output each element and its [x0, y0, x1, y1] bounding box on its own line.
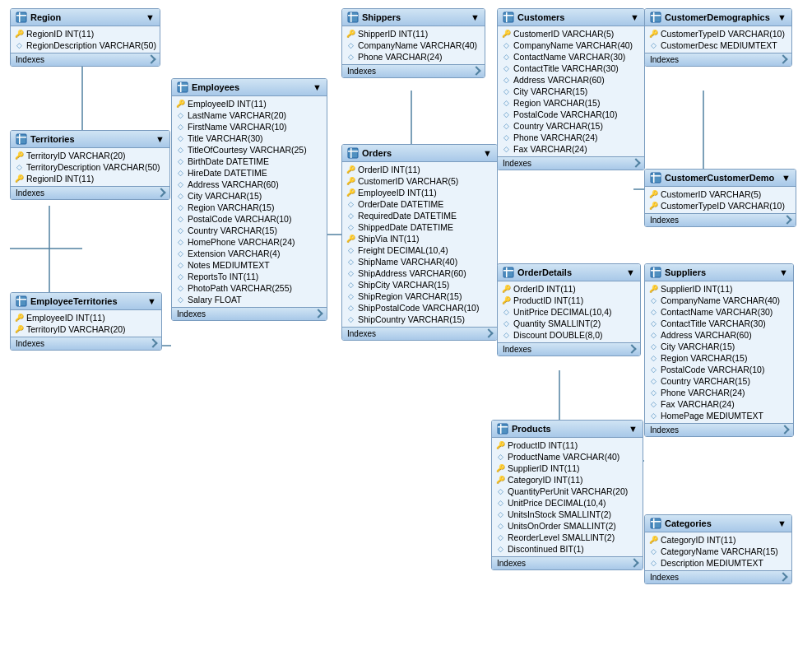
diamond-icon: ◇: [495, 509, 505, 519]
categories-footer[interactable]: Indexes: [645, 570, 791, 583]
field-text: ContactName VARCHAR(30): [513, 52, 625, 62]
region-table-footer[interactable]: Indexes: [11, 53, 160, 66]
table-row: ◇City VARCHAR(15): [172, 190, 327, 202]
table-row: ◇LastName VARCHAR(20): [172, 109, 327, 121]
diamond-icon: ◇: [175, 191, 185, 201]
table-row: ◇Address VARCHAR(60): [645, 329, 793, 341]
diamond-icon: ◇: [346, 40, 355, 50]
shippers-table-footer[interactable]: Indexes: [342, 64, 485, 77]
field-text: SupplierID INT(11): [508, 463, 580, 473]
customers-table-footer[interactable]: Indexes: [498, 156, 644, 170]
indexes-arrow: [782, 425, 788, 435]
order-details-table: OrderDetails ▼ 🔑OrderID INT(11) 🔑Product…: [497, 263, 641, 356]
customers-table-name: Customers: [517, 12, 564, 22]
employees-dropdown-icon[interactable]: ▼: [313, 82, 322, 92]
diagram-canvas: Region ▼ 🔑 RegionID INT(11) ◇ RegionDesc…: [0, 0, 812, 660]
field-text: Phone VARCHAR(24): [661, 388, 745, 397]
fk-icon: 🔑: [14, 174, 24, 184]
field-text: ShipVia INT(11): [358, 234, 420, 244]
field-text: BirthDate DATETIME: [188, 156, 269, 166]
table-icon: [177, 81, 188, 93]
order-details-footer[interactable]: Indexes: [498, 342, 640, 356]
table-row: ◇Country VARCHAR(15): [172, 225, 327, 236]
territories-table-footer[interactable]: Indexes: [11, 186, 169, 199]
suppliers-dropdown-icon[interactable]: ▼: [779, 267, 788, 277]
indexes-arrow: [780, 573, 786, 582]
table-icon: [347, 12, 359, 23]
region-table-body: 🔑 RegionID INT(11) ◇ RegionDescription V…: [11, 26, 160, 53]
products-footer[interactable]: Indexes: [492, 556, 643, 569]
field-text: CategoryID INT(11): [508, 475, 583, 485]
custcustdemo-dropdown-icon[interactable]: ▼: [782, 173, 791, 183]
employees-table-body: 🔑EmployeeID INT(11) ◇LastName VARCHAR(20…: [172, 96, 327, 307]
diamond-icon: ◇: [648, 365, 658, 374]
shippers-dropdown-icon[interactable]: ▼: [471, 12, 480, 22]
order-details-body: 🔑OrderID INT(11) 🔑ProductID INT(11) ◇Uni…: [498, 281, 640, 342]
diamond-icon: ◇: [501, 52, 511, 62]
orders-table-body: 🔑OrderID INT(11) 🔑CustomerID VARCHAR(5) …: [342, 162, 497, 327]
customer-customer-demo-footer[interactable]: Indexes: [645, 213, 796, 226]
field-text: ContactTitle VARCHAR(30): [661, 318, 766, 328]
field-text: Region VARCHAR(15): [513, 98, 600, 108]
field-text: ProductName VARCHAR(40): [508, 452, 619, 462]
order-details-header: OrderDetails ▼: [498, 264, 640, 281]
order-details-name: OrderDetails: [517, 267, 572, 277]
table-icon: [650, 267, 661, 278]
field-text: CompanyName VARCHAR(40): [661, 295, 780, 305]
diamond-icon: ◇: [14, 40, 24, 50]
key-icon: 🔑: [14, 324, 24, 334]
products-dropdown-icon[interactable]: ▼: [629, 424, 638, 434]
table-row: 🔑ProductID INT(11): [498, 295, 640, 306]
indexes-label: Indexes: [650, 55, 679, 64]
field-text: TerritoryDescription VARCHAR(50): [26, 162, 160, 172]
indexes-label: Indexes: [177, 309, 206, 318]
table-row: ◇CategoryName VARCHAR(15): [645, 546, 791, 557]
diamond-icon: ◇: [175, 283, 185, 293]
field-text: ShipPostalCode VARCHAR(10): [358, 303, 479, 313]
territories-table-header: Territories ▼: [11, 131, 169, 148]
employee-territories-table-footer[interactable]: Indexes: [11, 337, 161, 350]
territories-dropdown-icon[interactable]: ▼: [155, 134, 165, 144]
table-row: ◇ TerritoryDescription VARCHAR(50): [11, 161, 169, 173]
customer-customer-demo-name: CustomerCustomerDemo: [665, 173, 774, 183]
categories-dropdown-icon[interactable]: ▼: [777, 518, 786, 528]
orders-table-footer[interactable]: Indexes: [342, 327, 497, 340]
table-row: ◇PostalCode VARCHAR(10): [498, 109, 644, 120]
region-dropdown-icon[interactable]: ▼: [146, 12, 155, 22]
indexes-arrow: [631, 559, 638, 568]
diamond-icon: ◇: [175, 295, 185, 304]
table-icon: [16, 133, 27, 145]
field-text: Discontinued BIT(1): [508, 544, 584, 554]
customer-demographics-footer[interactable]: Indexes: [645, 53, 791, 66]
field-text: Extension VARCHAR(4): [188, 249, 280, 258]
customer-demographics-header: CustomerDemographics ▼: [645, 9, 791, 26]
products-table: Products ▼ 🔑ProductID INT(11) ◇ProductNa…: [491, 420, 643, 570]
table-row: ◇Region VARCHAR(15): [645, 352, 793, 364]
table-row: ◇Address VARCHAR(60): [498, 74, 644, 86]
suppliers-footer[interactable]: Indexes: [645, 423, 793, 436]
customers-dropdown-icon[interactable]: ▼: [630, 12, 639, 22]
orders-dropdown-icon[interactable]: ▼: [483, 148, 492, 158]
table-icon: [347, 147, 359, 159]
field-text: Fax VARCHAR(24): [513, 144, 587, 154]
table-row: ◇PostalCode VARCHAR(10): [172, 213, 327, 225]
diamond-icon: ◇: [175, 145, 185, 155]
customer-demographics-table: CustomerDemographics ▼ 🔑CustomerTypeID V…: [644, 8, 792, 67]
field-text: TitleOfCourtesy VARCHAR(25): [188, 145, 307, 155]
orderdetails-dropdown-icon[interactable]: ▼: [626, 267, 635, 277]
indexes-label: Indexes: [16, 339, 44, 348]
svg-rect-25: [178, 85, 188, 86]
field-text: ShipAddress VARCHAR(60): [358, 268, 466, 278]
field-text: CustomerDesc MEDIUMTEXT: [661, 40, 777, 50]
custdemo-dropdown-icon[interactable]: ▼: [777, 12, 786, 22]
field-text: SupplierID INT(11): [661, 284, 733, 294]
key-icon: 🔑: [495, 440, 505, 450]
employees-table-footer[interactable]: Indexes: [172, 307, 327, 320]
diamond-icon: ◇: [648, 307, 658, 317]
indexes-arrow: [158, 188, 165, 198]
diamond-icon: ◇: [501, 109, 511, 119]
svg-rect-27: [348, 12, 358, 22]
fk-icon: 🔑: [495, 475, 505, 485]
employees-table-header: Employees ▼: [172, 79, 327, 96]
emp-terr-dropdown-icon[interactable]: ▼: [147, 296, 156, 306]
